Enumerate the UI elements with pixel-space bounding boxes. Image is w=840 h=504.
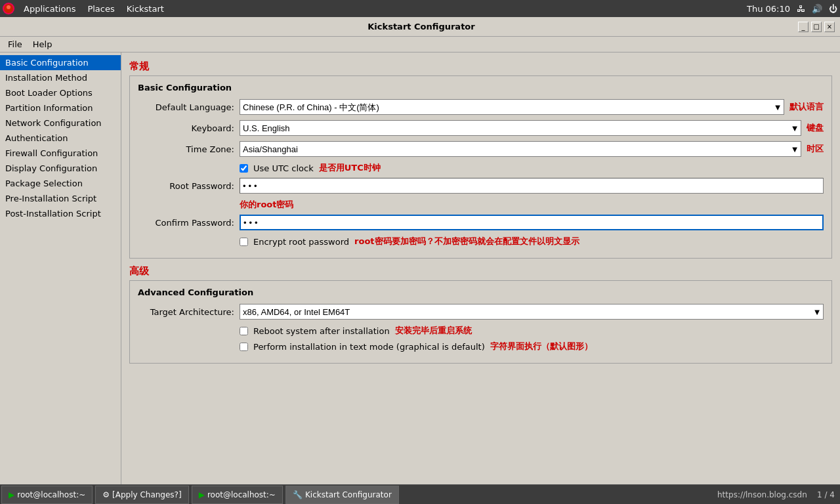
encrypt-zh-annotation: root密码要加密吗？不加密密码就会在配置文件以明文显示 [354,236,579,247]
sidebar-item-boot-loader-options[interactable]: Boot Loader Options [0,85,121,100]
sidebar-item-basic-configuration[interactable]: Basic Configuration [0,55,121,70]
timezone-control: Asia/Shanghai 时区 [240,141,824,157]
keyboard-label: Keyboard: [138,123,240,133]
network-icon: 🖧 [797,4,805,14]
power-icon[interactable]: ⏻ [829,4,837,14]
section-zh-advanced: 高级 [129,265,832,278]
target-arch-control: x86, AMD64, or Intel EM64T [240,304,824,320]
sidebar-item-post-installation-script[interactable]: Post-Installation Script [0,206,121,221]
reboot-checkbox[interactable] [240,327,248,335]
basic-configuration-box: Basic Configuration Default Language: Ch… [129,75,832,259]
taskbar-ks-label: Kickstart Configurator [305,490,392,499]
default-language-row: Default Language: Chinese (P.R. of China… [138,99,824,115]
taskbar-kickstart-configurator[interactable]: 🔧 Kickstart Configurator [285,486,399,504]
utc-clock-checkbox[interactable] [240,164,248,173]
sidebar-item-authentication[interactable]: Authentication [0,131,121,146]
taskbar-url: https://lnson.blog.csdn [717,490,807,499]
sidebar-item-partition-information[interactable]: Partition Information [0,100,121,116]
keyboard-select-wrap: U.S. English [240,120,801,136]
topbar-time: Thu 06:10 [747,4,790,14]
topbar-logo-icon [3,3,14,14]
root-password-control [240,178,824,194]
timezone-zh-annotation: 时区 [807,143,824,155]
taskbar-page: 1 / 4 [817,490,835,499]
section-zh-basic: 常规 [129,60,832,73]
default-language-select-wrap: Chinese (P.R. of China) - 中文(简体) [240,99,784,115]
terminal-icon-1: ▶ [9,490,14,499]
confirm-password-row: Confirm Password: [138,215,824,230]
target-arch-select-wrap: x86, AMD64, or Intel EM64T [240,304,824,320]
keyboard-row: Keyboard: U.S. English 键盘 [138,120,824,136]
utc-clock-label: Use UTC clock [253,163,314,173]
keyboard-control: U.S. English 键盘 [240,120,824,136]
advanced-configuration-title: Advanced Configuration [138,287,824,297]
sidebar-item-firewall-configuration[interactable]: Firewall Configuration [0,146,121,161]
confirm-password-label: Confirm Password: [138,218,240,228]
target-arch-select[interactable]: x86, AMD64, or Intel EM64T [240,304,824,320]
taskbar-terminal-2[interactable]: ▶ root@localhost:~ [192,486,283,504]
volume-icon: 🔊 [812,4,822,14]
topbar-kickstart[interactable]: Kickstart [121,3,169,15]
reboot-row: Reboot system after installation 安装完毕后重启… [138,325,824,337]
timezone-select[interactable]: Asia/Shanghai [240,141,801,157]
timezone-label: Time Zone: [138,144,240,154]
window-close-button[interactable]: × [824,22,835,32]
taskbar-apply-changes[interactable]: ⚙ [Apply Changes?] [95,486,188,504]
utc-zh-annotation: 是否用UTC时钟 [319,162,381,174]
window-wrapper: Kickstart Configurator _ □ × File Help B… [0,17,840,484]
default-language-zh-annotation: 默认语言 [789,101,824,113]
encrypt-label: Encrypt root password [253,237,349,247]
text-mode-checkbox[interactable] [240,343,248,351]
topbar-applications[interactable]: Applications [18,3,81,15]
window-titlebar: Kickstart Configurator _ □ × [0,17,840,37]
window-controls: _ □ × [798,22,835,32]
root-password-zh-annotation: 你的root密码 [240,200,294,209]
menu-help[interactable]: Help [28,38,58,51]
gear-icon: ⚙ [102,490,110,499]
reboot-zh-annotation: 安装完毕后重启系统 [395,325,472,337]
sidebar-item-display-configuration[interactable]: Display Configuration [0,161,121,176]
sidebar-item-pre-installation-script[interactable]: Pre-Installation Script [0,191,121,206]
timezone-select-wrap: Asia/Shanghai [240,141,801,157]
root-password-input[interactable] [240,178,824,194]
topbar-right: Thu 06:10 🖧 🔊 ⏻ [747,4,837,14]
sidebar-item-package-selection[interactable]: Package Selection [0,176,121,191]
advanced-configuration-box: Advanced Configuration Target Architectu… [129,280,832,364]
main-layout: Basic Configuration Installation Method … [0,52,840,484]
reboot-label: Reboot system after installation [253,326,390,336]
content-area: 常规 Basic Configuration Default Language:… [121,52,840,484]
window-maximize-button[interactable]: □ [811,22,822,32]
utc-clock-row: Use UTC clock 是否用UTC时钟 [138,162,824,174]
text-mode-label: Perform installation in text mode (graph… [253,342,485,352]
window-title: Kickstart Configurator [45,22,798,32]
ks-icon: 🔧 [293,490,303,499]
root-password-row: Root Password: [138,178,824,194]
taskbar-apply-changes-label: [Apply Changes?] [112,490,182,499]
taskbar-terminal-2-label: root@localhost:~ [207,490,276,499]
target-arch-row: Target Architecture: x86, AMD64, or Inte… [138,304,824,320]
keyboard-select[interactable]: U.S. English [240,120,801,136]
topbar: Applications Places Kickstart Thu 06:10 … [0,0,840,17]
text-mode-row: Perform installation in text mode (graph… [138,341,824,352]
topbar-places[interactable]: Places [82,3,119,15]
basic-configuration-title: Basic Configuration [138,83,824,93]
topbar-left: Applications Places Kickstart [3,3,169,15]
taskbar-terminal-1[interactable]: ▶ root@localhost:~ [1,486,93,504]
svg-point-1 [7,5,10,9]
taskbar-terminal-1-label: root@localhost:~ [17,490,85,499]
timezone-row: Time Zone: Asia/Shanghai 时区 [138,141,824,157]
window-minimize-button[interactable]: _ [798,22,808,32]
default-language-control: Chinese (P.R. of China) - 中文(简体) 默认语言 [240,99,824,115]
encrypt-checkbox[interactable] [240,238,248,246]
menu-file[interactable]: File [3,38,28,51]
terminal-icon-2: ▶ [199,490,205,499]
sidebar-item-installation-method[interactable]: Installation Method [0,70,121,85]
confirm-password-input[interactable] [240,215,824,230]
target-arch-label: Target Architecture: [138,307,240,317]
default-language-select[interactable]: Chinese (P.R. of China) - 中文(简体) [240,99,784,115]
menubar: File Help [0,37,840,52]
root-password-label: Root Password: [138,181,240,191]
sidebar-item-network-configuration[interactable]: Network Configuration [0,116,121,131]
encrypt-row: Encrypt root password root密码要加密吗？不加密密码就会… [138,236,824,247]
sidebar: Basic Configuration Installation Method … [0,52,121,484]
